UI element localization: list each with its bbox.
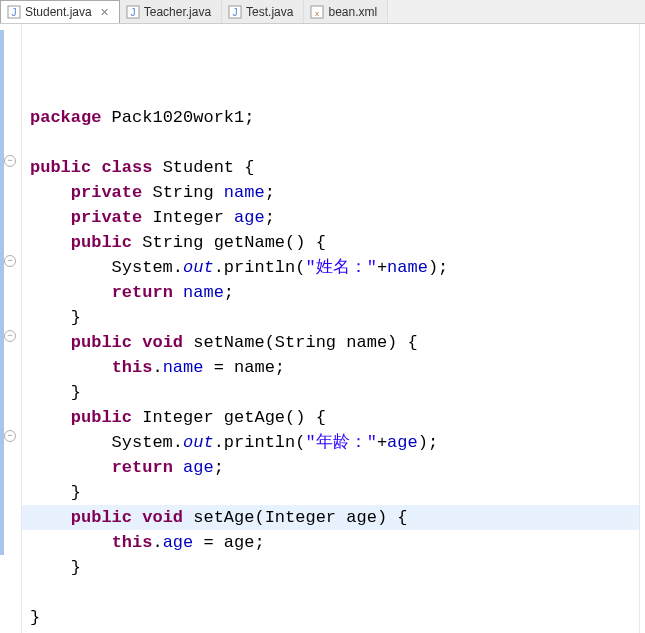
change-marker (0, 30, 4, 555)
svg-text:J: J (130, 7, 135, 18)
overview-ruler (639, 24, 645, 633)
svg-text:J: J (233, 7, 238, 18)
tab-label: Test.java (246, 5, 293, 19)
code-editor[interactable]: − − − − package Pack1020work1; public cl… (0, 24, 645, 633)
tab-student-java[interactable]: J Student.java ✕ (0, 0, 120, 23)
tab-label: Teacher.java (144, 5, 211, 19)
svg-text:x: x (315, 9, 319, 18)
code-content: package Pack1020work1; public class Stud… (30, 105, 639, 630)
java-file-icon: J (126, 5, 140, 19)
tab-bean-xml[interactable]: x bean.xml (304, 0, 388, 23)
java-file-icon: J (228, 5, 242, 19)
gutter: − − − − (0, 24, 22, 633)
tab-teacher-java[interactable]: J Teacher.java (120, 0, 222, 23)
code-area[interactable]: package Pack1020work1; public class Stud… (22, 24, 639, 633)
tab-test-java[interactable]: J Test.java (222, 0, 304, 23)
tab-label: Student.java (25, 5, 92, 19)
fold-icon[interactable]: − (4, 430, 16, 442)
fold-icon[interactable]: − (4, 255, 16, 267)
svg-text:J: J (12, 7, 17, 18)
close-icon[interactable]: ✕ (100, 6, 109, 19)
fold-icon[interactable]: − (4, 330, 16, 342)
xml-file-icon: x (310, 5, 324, 19)
tab-label: bean.xml (328, 5, 377, 19)
editor-tabs: J Student.java ✕ J Teacher.java J Test.j… (0, 0, 645, 24)
java-file-icon: J (7, 5, 21, 19)
fold-icon[interactable]: − (4, 155, 16, 167)
